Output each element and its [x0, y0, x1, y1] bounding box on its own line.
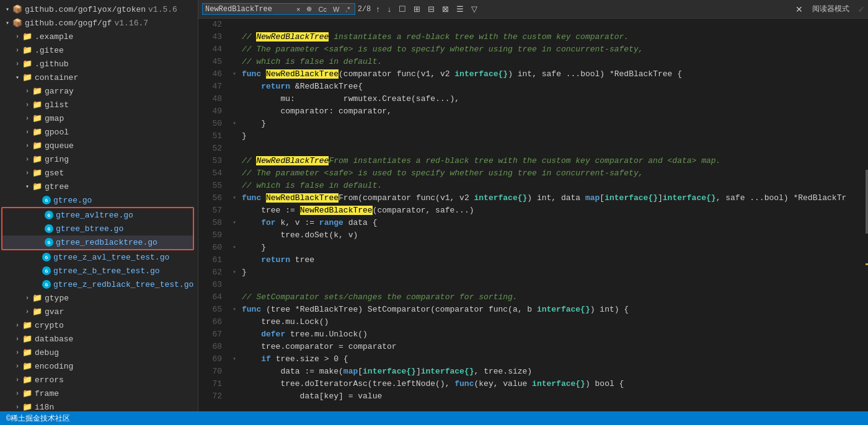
sidebar-item-glist[interactable]: › 📁 glist	[0, 98, 198, 112]
line-number: 66	[198, 316, 229, 328]
arrow-icon: ›	[12, 33, 22, 40]
reader-mode-btn[interactable]: 阅读器模式	[808, 2, 853, 15]
sidebar-item-gtree-go[interactable]: G gtree.go	[0, 193, 198, 207]
code-text: for k, v := range data {	[239, 217, 859, 229]
code-line: 72 data[key] = value	[198, 390, 859, 403]
sidebar-item-gitee[interactable]: › 📁 .gitee	[0, 43, 198, 57]
code-line: 64 // SetComparator sets/changes the com…	[198, 291, 859, 304]
line-number: 51	[198, 130, 229, 142]
sidebar-item-gqueue[interactable]: › 📁 gqueue	[0, 139, 198, 152]
search-match: NewRedBlackTree	[256, 156, 329, 165]
search-regex-btn[interactable]: .*	[343, 5, 352, 14]
line-number: 67	[198, 328, 229, 341]
search-icon4[interactable]: ☰	[454, 3, 466, 15]
sidebar-item-gring[interactable]: › 📁 gring	[0, 152, 198, 166]
code-line: 56 ▾ func NewRedBlackTreeFrom(comparator…	[198, 192, 859, 204]
code-line: 52	[198, 142, 859, 155]
search-expand-btn[interactable]: ⊞	[411, 3, 423, 15]
line-number: 69	[198, 353, 229, 366]
search-word-btn[interactable]: W	[331, 5, 341, 14]
code-line: 68 tree.comparator = comparator	[198, 341, 859, 353]
fold-button[interactable]: ▾	[229, 118, 239, 130]
search-case-btn[interactable]: Cc	[316, 5, 328, 14]
sidebar-item-label: gpool	[45, 128, 69, 137]
code-line: 59 tree.doSet(k, v)	[198, 229, 859, 242]
search-icon3[interactable]: ⊠	[440, 3, 451, 15]
sidebar-item-label: gtree_redblacktree.go	[56, 238, 157, 247]
code-text: tree.doSet(k, v)	[239, 229, 859, 242]
code-line: 54 // The parameter <safe> is used to sp…	[198, 167, 859, 180]
line-number: 43	[198, 31, 229, 43]
keyword: if	[261, 354, 271, 364]
code-text: // which is false in default.	[239, 180, 859, 192]
sidebar-item-gtype[interactable]: › 📁 gtype	[0, 291, 198, 305]
arrow-icon: ›	[12, 336, 22, 343]
scrollbar-track[interactable]	[859, 0, 868, 425]
sidebar-item-database[interactable]: › 📁 database	[0, 332, 198, 346]
code-text: if tree.size > 0 {	[239, 353, 859, 366]
sidebar-item-gset[interactable]: › 📁 gset	[0, 166, 198, 180]
fold-button[interactable]: ▾	[229, 68, 239, 81]
fold-button[interactable]: ▾	[229, 353, 239, 366]
code-text: data[key] = value	[239, 390, 859, 403]
type-text: interface{}	[604, 193, 658, 203]
sidebar-item-gpool[interactable]: › 📁 gpool	[0, 125, 198, 139]
line-number: 59	[198, 229, 229, 242]
sidebar-item-garray[interactable]: › 📁 garray	[0, 84, 198, 98]
search-close-x[interactable]: ×	[294, 5, 302, 14]
go-file-icon: G	[45, 224, 53, 233]
code-text: tree.mu.Lock()	[239, 316, 859, 328]
sidebar-item-gtree-red[interactable]: G gtree_redblacktree.go	[2, 235, 193, 249]
sidebar-item-label: gtree_btree.go	[56, 224, 123, 234]
code-content[interactable]: 42 43 // NewRedBlackTree instantiates a …	[198, 19, 859, 412]
sidebar-item-gtree-red-test[interactable]: G gtree_z_redblack_tree_test.go	[0, 278, 198, 291]
code-text: }	[239, 118, 859, 130]
sidebar-item-encoding[interactable]: › 📁 encoding	[0, 359, 198, 373]
sidebar-item-container[interactable]: ▾ 📁 container	[0, 71, 198, 84]
line-number: 72	[198, 390, 229, 403]
line-number: 54	[198, 167, 229, 180]
search-pin-btn[interactable]: ⊕	[304, 4, 314, 14]
sidebar-item-frame[interactable]: › 📁 frame	[0, 387, 198, 400]
sidebar-item-example[interactable]: › 📁 .example	[0, 30, 198, 43]
sidebar-item-gtree-avl-test[interactable]: G gtree_z_avl_tree_test.go	[0, 250, 198, 264]
search-filter-btn[interactable]: ▽	[469, 3, 480, 15]
search-input[interactable]	[205, 5, 292, 14]
sidebar-item-gtree-btree[interactable]: G gtree_btree.go	[2, 222, 193, 235]
sidebar-item-github-gogf[interactable]: ▾ 📦 github.com/gogf/gf v1.16.7	[0, 16, 198, 30]
search-close-btn[interactable]: ✕	[792, 3, 806, 15]
code-text: defer tree.mu.Unlock()	[239, 328, 859, 341]
status-bar: ©稀土掘金技术社区	[0, 411, 868, 425]
sidebar-item-github[interactable]: › 📁 .github	[0, 57, 198, 71]
code-text: tree.doIteratorAsc(tree.leftNode(), func…	[239, 378, 859, 390]
sidebar-item-gtree[interactable]: ▾ 📁 gtree	[0, 180, 198, 193]
sidebar-item-github-gtoken[interactable]: ▾ 📦 github.com/goflyox/gtoken v1.5.6	[0, 2, 198, 16]
search-collapse-btn[interactable]: ⊟	[425, 3, 437, 15]
search-next-btn[interactable]: ↓	[385, 3, 394, 15]
code-text: func NewRedBlackTreeFrom(comparator func…	[239, 192, 859, 204]
sidebar-item-gvar[interactable]: › 📁 gvar	[0, 305, 198, 318]
code-line: 71 tree.doIteratorAsc(tree.leftNode(), f…	[198, 378, 859, 390]
sidebar-item-gtree-b-test[interactable]: G gtree_z_b_tree_test.go	[0, 264, 198, 278]
sidebar-item-gtree-avl[interactable]: G gtree_avltree.go	[2, 208, 193, 222]
folder-icon: 📁	[32, 86, 42, 96]
line-number: 50	[198, 118, 229, 130]
search-prev-btn[interactable]: ↑	[373, 3, 383, 15]
fold-button[interactable]: ▾	[229, 266, 239, 279]
code-text: }	[239, 266, 859, 279]
fold-button[interactable]: ▾	[229, 217, 239, 229]
sidebar-item-debug[interactable]: › 📁 debug	[0, 346, 198, 359]
code-line: 58 ▾ for k, v := range data {	[198, 217, 859, 229]
sidebar: ▾ 📦 github.com/goflyox/gtoken v1.5.6 ▾ 📦…	[0, 0, 198, 425]
keyword: map	[343, 367, 358, 376]
sidebar-item-label: gvar	[45, 307, 64, 317]
code-line: 51 }	[198, 130, 859, 142]
fold-button[interactable]: ▾	[229, 242, 239, 254]
sidebar-item-crypto[interactable]: › 📁 crypto	[0, 318, 198, 332]
fold-button[interactable]: ▾	[229, 304, 239, 316]
fold-button[interactable]: ▾	[229, 192, 239, 204]
search-select-btn[interactable]: ☐	[396, 3, 409, 15]
sidebar-item-gmap[interactable]: › 📁 gmap	[0, 112, 198, 125]
sidebar-item-errors[interactable]: › 📁 errors	[0, 373, 198, 387]
sidebar-item-label: gtree	[45, 182, 69, 191]
